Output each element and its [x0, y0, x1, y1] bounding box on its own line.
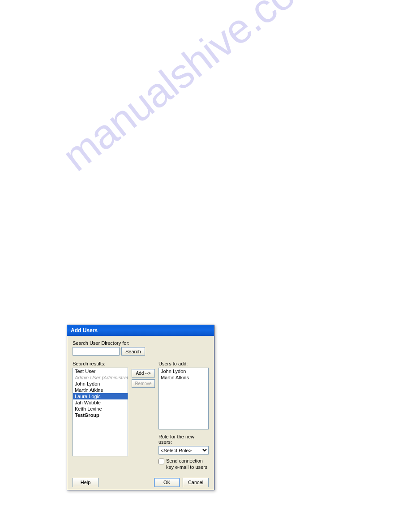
send-key-label: Send connection key e-mail to users — [166, 458, 209, 471]
users-to-add-label: Users to add: — [158, 361, 209, 366]
search-label: Search User Directory for: — [73, 340, 209, 346]
list-item[interactable]: John Lydon — [73, 381, 128, 387]
ok-button[interactable]: OK — [154, 478, 180, 487]
list-item[interactable]: John Lydon — [159, 368, 208, 374]
search-button[interactable]: Search — [121, 347, 145, 356]
dialog-title: Add Users — [71, 327, 98, 334]
role-label: Role for the new users: — [158, 434, 209, 445]
list-item[interactable]: Test User — [73, 368, 128, 374]
help-button[interactable]: Help — [73, 478, 98, 487]
list-item[interactable]: Laura Logic — [73, 393, 128, 399]
remove-button: Remove — [132, 379, 155, 388]
list-item[interactable]: Martin Atkins — [159, 374, 208, 381]
cancel-button[interactable]: Cancel — [183, 478, 209, 487]
list-item[interactable]: Keith Levine — [73, 406, 128, 412]
list-item: Admin User (Administrator) — [73, 374, 128, 381]
watermark-text: manualshive.com — [54, 0, 330, 180]
role-select[interactable]: <Select Role> — [158, 446, 209, 455]
list-item[interactable]: Jah Wobble — [73, 399, 128, 406]
users-to-add-listbox[interactable]: John LydonMartin Atkins — [158, 368, 209, 429]
list-item[interactable]: TestGroup — [73, 412, 128, 418]
send-key-checkbox[interactable] — [158, 459, 164, 464]
add-button[interactable]: Add --> — [132, 369, 155, 378]
add-users-dialog: Add Users Search User Directory for: Sea… — [67, 325, 214, 490]
search-results-label: Search results: — [73, 361, 128, 366]
search-input[interactable] — [73, 347, 120, 356]
list-item[interactable]: Martin Atkins — [73, 387, 128, 393]
search-results-listbox[interactable]: Test UserAdmin User (Administrator)John … — [73, 368, 128, 456]
dialog-titlebar[interactable]: Add Users — [67, 325, 214, 336]
